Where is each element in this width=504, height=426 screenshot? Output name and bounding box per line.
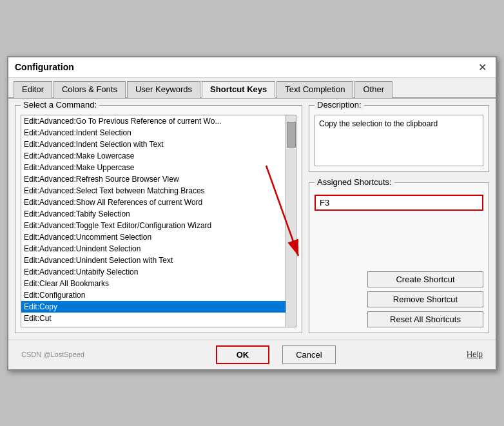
description-group: Description: Copy the selection to the c… [309,105,489,172]
tab-bar: Editor Colors & Fonts User Keywords Shor… [8,78,496,99]
cmd-5[interactable]: Edit:Advanced:Refresh Source Browser Vie… [21,173,286,185]
tab-user-keywords[interactable]: User Keywords [127,81,200,98]
cmd-14[interactable]: Edit:Clear All Bookmarks [21,278,286,289]
shortcuts-group: Assigned Shortcuts: Create Shortcut Remo… [309,182,489,333]
create-shortcut-button[interactable]: Create Shortcut [367,271,483,287]
tab-shortcut-keys[interactable]: Shortcut Keys [202,81,275,98]
footer: CSDN @LostSpeed OK Cancel Help [8,340,496,369]
cancel-button[interactable]: Cancel [282,345,335,364]
close-button[interactable]: ✕ [476,61,489,73]
title-bar: Configuration ✕ [8,57,496,78]
footer-buttons: OK Cancel [216,345,336,364]
cmd-2[interactable]: Edit:Advanced:Indent Selection with Text [21,139,286,150]
ok-button[interactable]: OK [216,345,270,364]
cmd-9[interactable]: Edit:Advanced:Toggle Text Editor/Configu… [21,220,286,231]
dialog-title: Configuration [15,62,74,72]
watermark: CSDN @LostSpeed [21,351,84,358]
remove-shortcut-button[interactable]: Remove Shortcut [367,291,483,307]
shortcut-input[interactable] [315,195,483,211]
tab-editor[interactable]: Editor [14,81,52,98]
description-title: Description: [315,100,364,110]
tab-colors-fonts[interactable]: Colors & Fonts [53,81,126,98]
select-command-group: Select a Command: Edit:Advanced:Go To Pr… [15,105,302,333]
scrollbar[interactable] [286,115,296,327]
cmd-10[interactable]: Edit:Advanced:Uncomment Selection [21,231,286,243]
cmd-15[interactable]: Edit:Configuration [21,289,286,301]
description-text: Copy the selection to the clipboard [315,115,483,166]
cmd-17[interactable]: Edit:Cut [21,313,286,324]
cmd-18[interactable]: Edit:Find [21,324,286,327]
cmd-16[interactable]: Edit:Copy [21,301,286,313]
cmd-11[interactable]: Edit:Advanced:Unindent Selection [21,243,286,255]
cmd-6[interactable]: Edit:Advanced:Select Text between Matchi… [21,185,286,197]
cmd-1[interactable]: Edit:Advanced:Indent Selection [21,127,286,139]
tab-other[interactable]: Other [354,81,393,98]
command-list[interactable]: Edit:Advanced:Go To Previous Reference o… [21,115,286,327]
cmd-12[interactable]: Edit:Advanced:Unindent Selection with Te… [21,255,286,266]
cmd-0[interactable]: Edit:Advanced:Go To Previous Reference o… [21,115,286,127]
help-link[interactable]: Help [467,350,483,359]
shortcuts-title: Assigned Shortcuts: [315,177,394,187]
cmd-3[interactable]: Edit:Advanced:Make Lowercase [21,150,286,162]
reset-shortcuts-button[interactable]: Reset All Shortcuts [367,311,483,327]
cmd-7[interactable]: Edit:Advanced:Show All References of cur… [21,197,286,208]
tab-text-completion[interactable]: Text Completion [276,81,353,98]
left-panel: Select a Command: Edit:Advanced:Go To Pr… [15,105,302,333]
select-command-title: Select a Command: [21,100,99,110]
cmd-4[interactable]: Edit:Advanced:Make Uppercase [21,162,286,173]
command-list-wrapper: Edit:Advanced:Go To Previous Reference o… [21,115,296,327]
main-content: Select a Command: Edit:Advanced:Go To Pr… [8,99,496,340]
configuration-dialog: Configuration ✕ Editor Colors & Fonts Us… [7,56,497,371]
right-panel: Description: Copy the selection to the c… [309,105,489,333]
cmd-8[interactable]: Edit:Advanced:Tabify Selection [21,208,286,220]
cmd-13[interactable]: Edit:Advanced:Untabify Selection [21,266,286,278]
